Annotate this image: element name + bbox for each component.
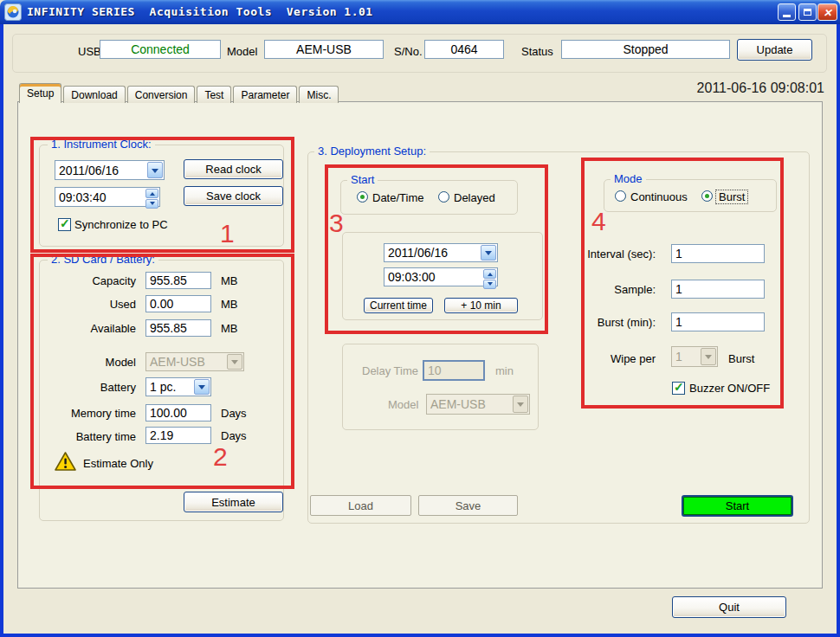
plus-ten-min-button[interactable]: + 10 min — [444, 298, 518, 313]
tab-strip: Setup Download Conversion Test Parameter… — [19, 83, 340, 103]
status-label: Status — [521, 45, 553, 58]
delay-box — [342, 344, 539, 430]
deploy-time-value: 09:03:00 — [384, 270, 482, 284]
pc-clock-display: 2011-06-16 09:08:01 — [606, 80, 824, 96]
delay-model-select: AEM-USB — [426, 394, 530, 415]
start-datetime-radio[interactable] — [357, 191, 368, 203]
wipe-per-label: Wipe per — [554, 352, 656, 365]
burst-min-field[interactable] — [671, 312, 765, 331]
estimate-note: Estimate Only — [83, 457, 153, 470]
buzzer-checkbox[interactable] — [672, 382, 685, 395]
tab-conversion[interactable]: Conversion — [127, 86, 196, 103]
maximize-button[interactable] — [798, 3, 817, 21]
available-unit: MB — [221, 322, 238, 335]
window-border-left — [0, 24, 3, 637]
window-title: INFINITY SERIES Acquisition Tools Versio… — [27, 5, 373, 18]
chevron-down-icon[interactable] — [481, 245, 496, 261]
deploy-date-select[interactable]: 2011/06/16 — [384, 243, 498, 262]
sd-model-label: Model — [45, 356, 136, 369]
used-unit: MB — [221, 298, 238, 311]
close-icon — [823, 4, 831, 20]
app-icon — [4, 3, 22, 21]
serial-field: 0464 — [424, 40, 504, 59]
mode-continuous-radio[interactable] — [615, 190, 626, 202]
delay-time-field — [423, 360, 485, 381]
wipe-value: 1 — [672, 350, 700, 364]
clock-time-spinner[interactable]: 09:03:40 — [55, 187, 160, 207]
battery-value: 1 pc. — [146, 380, 193, 394]
deploy-time-spinner[interactable]: 09:03:00 — [384, 267, 498, 286]
sync-to-pc-checkbox[interactable] — [58, 218, 71, 231]
tab-setup[interactable]: Setup — [19, 83, 61, 103]
title-bar: INFINITY SERIES Acquisition Tools Versio… — [0, 0, 840, 24]
model-field: AEM-USB — [264, 40, 384, 59]
minimize-button[interactable] — [778, 3, 796, 21]
serial-label: S/No. — [394, 45, 423, 58]
save-clock-button[interactable]: Save clock — [184, 186, 283, 206]
sd-card-battery-title: 2. SD Card / Battery: — [48, 254, 158, 266]
usb-label: USB — [78, 45, 101, 58]
deployment-setup-title: 3. Deployment Setup: — [314, 145, 430, 158]
clock-date-select[interactable]: 2011/06/16 — [55, 160, 165, 180]
mode-burst-radio[interactable] — [701, 190, 713, 202]
used-label: Used — [45, 298, 136, 311]
available-field[interactable] — [145, 319, 211, 337]
tab-download[interactable]: Download — [63, 86, 125, 103]
mode-group-title: Mode — [611, 173, 646, 185]
update-button[interactable]: Update — [737, 39, 812, 61]
delay-time-unit: min — [495, 364, 514, 377]
delay-time-label: Delay Time — [362, 364, 418, 377]
start-delayed-label: Delayed — [454, 191, 495, 204]
spinner-updown-icon[interactable] — [145, 189, 158, 205]
memory-time-unit: Days — [221, 407, 247, 420]
battery-label: Battery — [45, 381, 136, 394]
battery-time-field[interactable] — [145, 427, 211, 444]
mode-continuous-label: Continuous — [630, 190, 688, 203]
chevron-down-icon[interactable] — [194, 379, 210, 395]
wipe-unit-label: Burst — [728, 352, 754, 365]
start-group-title: Start — [347, 174, 378, 186]
delay-model-label: Model — [388, 398, 418, 411]
buzzer-label: Buzzer ON/OFF — [689, 382, 770, 395]
sd-model-value: AEM-USB — [146, 355, 226, 369]
start-button[interactable]: Start — [682, 495, 793, 517]
capacity-field[interactable] — [145, 272, 211, 289]
window-border-right — [837, 24, 840, 637]
chevron-down-icon — [701, 348, 716, 365]
quit-button[interactable]: Quit — [672, 596, 786, 618]
close-button[interactable] — [817, 3, 837, 21]
status-field: Stopped — [561, 40, 730, 59]
sample-field[interactable] — [671, 280, 765, 299]
used-field[interactable] — [145, 295, 211, 312]
memory-time-field[interactable] — [145, 404, 211, 421]
chevron-down-icon — [227, 354, 242, 370]
save-button[interactable]: Save — [418, 495, 518, 516]
interval-label: Interval (sec): — [554, 248, 656, 261]
chevron-down-icon — [513, 396, 528, 413]
read-clock-button[interactable]: Read clock — [184, 159, 283, 179]
battery-select[interactable]: 1 pc. — [145, 377, 211, 396]
chevron-down-icon[interactable] — [147, 162, 163, 178]
battery-time-label: Battery time — [45, 430, 136, 443]
window-border-bottom — [0, 634, 840, 637]
tab-misc[interactable]: Misc. — [299, 86, 339, 103]
current-time-button[interactable]: Current time — [364, 298, 433, 313]
load-button[interactable]: Load — [310, 495, 411, 516]
mode-burst-label: Burst — [715, 190, 748, 204]
warning-icon — [54, 451, 77, 476]
capacity-unit: MB — [221, 274, 238, 287]
tab-test[interactable]: Test — [197, 86, 231, 103]
tab-parameter[interactable]: Parameter — [233, 86, 297, 103]
interval-field[interactable] — [671, 244, 765, 263]
estimate-button[interactable]: Estimate — [184, 492, 283, 512]
minimize-icon — [783, 15, 791, 17]
deploy-date-value: 2011/06/16 — [384, 246, 480, 260]
capacity-label: Capacity — [45, 274, 136, 287]
sd-model-select: AEM-USB — [145, 352, 244, 371]
wipe-select: 1 — [671, 346, 718, 367]
spinner-updown-icon[interactable] — [483, 269, 496, 285]
model-label: Model — [227, 45, 257, 58]
burst-min-label: Burst (min): — [554, 316, 656, 329]
clock-time-value: 09:03:40 — [55, 190, 145, 204]
start-delayed-radio[interactable] — [438, 191, 449, 203]
